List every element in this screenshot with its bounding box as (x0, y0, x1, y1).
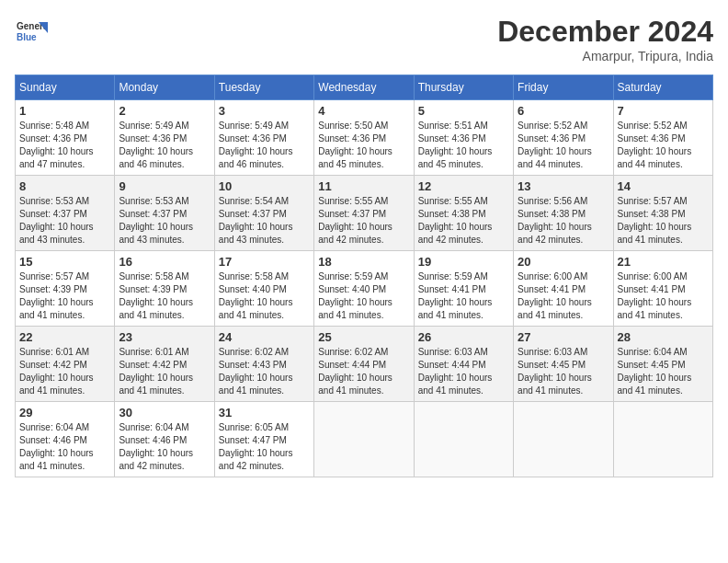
calendar-day-header: Saturday (613, 75, 712, 100)
day-number: 4 (318, 104, 409, 118)
day-number: 10 (219, 179, 310, 193)
day-number: 20 (518, 255, 609, 269)
day-info: Sunrise: 5:57 AM Sunset: 4:38 PM Dayligh… (618, 195, 709, 247)
calendar-day-header: Tuesday (214, 75, 313, 100)
calendar-day-cell: 15 Sunrise: 5:57 AM Sunset: 4:39 PM Dayl… (16, 251, 115, 327)
location: Amarpur, Tripura, India (497, 49, 713, 63)
calendar-day-cell: 26 Sunrise: 6:03 AM Sunset: 4:44 PM Dayl… (414, 327, 513, 402)
calendar-day-cell: 23 Sunrise: 6:01 AM Sunset: 4:42 PM Dayl… (115, 327, 214, 402)
day-number: 1 (19, 104, 110, 118)
calendar-day-cell: 9 Sunrise: 5:53 AM Sunset: 4:37 PM Dayli… (115, 176, 214, 251)
day-info: Sunrise: 6:04 AM Sunset: 4:46 PM Dayligh… (119, 421, 210, 473)
logo-icon: General Blue (15, 15, 48, 48)
calendar-day-cell: 19 Sunrise: 5:59 AM Sunset: 4:41 PM Dayl… (414, 251, 513, 327)
day-info: Sunrise: 5:52 AM Sunset: 4:36 PM Dayligh… (518, 120, 609, 171)
day-info: Sunrise: 5:59 AM Sunset: 4:41 PM Dayligh… (418, 270, 509, 322)
day-info: Sunrise: 6:04 AM Sunset: 4:46 PM Dayligh… (19, 421, 110, 473)
calendar-day-cell: 6 Sunrise: 5:52 AM Sunset: 4:36 PM Dayli… (514, 100, 613, 176)
day-number: 23 (119, 330, 210, 344)
calendar-week-row: 15 Sunrise: 5:57 AM Sunset: 4:39 PM Dayl… (16, 251, 713, 327)
day-number: 14 (618, 179, 709, 193)
calendar-day-header: Monday (115, 75, 214, 100)
calendar-day-cell (314, 402, 414, 477)
calendar-day-cell: 24 Sunrise: 6:02 AM Sunset: 4:43 PM Dayl… (214, 327, 313, 402)
calendar-day-cell: 2 Sunrise: 5:49 AM Sunset: 4:36 PM Dayli… (115, 100, 214, 176)
calendar-day-cell: 3 Sunrise: 5:49 AM Sunset: 4:36 PM Dayli… (214, 100, 313, 176)
day-info: Sunrise: 5:56 AM Sunset: 4:38 PM Dayligh… (518, 195, 609, 247)
day-info: Sunrise: 5:58 AM Sunset: 4:39 PM Dayligh… (119, 270, 210, 322)
day-number: 17 (219, 255, 310, 269)
day-number: 31 (219, 406, 310, 419)
day-info: Sunrise: 6:01 AM Sunset: 4:42 PM Dayligh… (119, 346, 210, 397)
day-number: 13 (518, 179, 609, 193)
title-block: December 2024 Amarpur, Tripura, India (497, 15, 713, 63)
day-number: 11 (318, 179, 409, 193)
calendar-day-cell: 7 Sunrise: 5:52 AM Sunset: 4:36 PM Dayli… (613, 100, 712, 176)
calendar-day-cell: 31 Sunrise: 6:05 AM Sunset: 4:47 PM Dayl… (214, 402, 313, 477)
day-info: Sunrise: 6:03 AM Sunset: 4:44 PM Dayligh… (418, 346, 509, 397)
day-info: Sunrise: 6:00 AM Sunset: 4:41 PM Dayligh… (518, 270, 609, 322)
day-info: Sunrise: 5:58 AM Sunset: 4:40 PM Dayligh… (219, 270, 310, 322)
day-number: 18 (318, 255, 409, 269)
day-info: Sunrise: 5:49 AM Sunset: 4:36 PM Dayligh… (219, 120, 310, 171)
calendar-day-cell: 1 Sunrise: 5:48 AM Sunset: 4:36 PM Dayli… (16, 100, 115, 176)
calendar-day-cell (414, 402, 513, 477)
day-info: Sunrise: 5:48 AM Sunset: 4:36 PM Dayligh… (19, 120, 110, 171)
calendar-day-cell: 20 Sunrise: 6:00 AM Sunset: 4:41 PM Dayl… (514, 251, 613, 327)
calendar-day-header: Friday (514, 75, 613, 100)
day-info: Sunrise: 5:57 AM Sunset: 4:39 PM Dayligh… (19, 270, 110, 322)
day-info: Sunrise: 5:53 AM Sunset: 4:37 PM Dayligh… (119, 195, 210, 247)
day-number: 19 (418, 255, 509, 269)
day-number: 28 (618, 330, 709, 344)
day-number: 29 (19, 406, 110, 419)
calendar-week-row: 8 Sunrise: 5:53 AM Sunset: 4:37 PM Dayli… (16, 176, 713, 251)
calendar-body: 1 Sunrise: 5:48 AM Sunset: 4:36 PM Dayli… (16, 100, 713, 477)
day-info: Sunrise: 6:03 AM Sunset: 4:45 PM Dayligh… (518, 346, 609, 397)
day-number: 25 (318, 330, 409, 344)
calendar-day-cell: 16 Sunrise: 5:58 AM Sunset: 4:39 PM Dayl… (115, 251, 214, 327)
month-title: December 2024 (497, 15, 713, 49)
day-info: Sunrise: 6:00 AM Sunset: 4:41 PM Dayligh… (618, 270, 709, 322)
calendar-day-cell: 17 Sunrise: 5:58 AM Sunset: 4:40 PM Dayl… (214, 251, 313, 327)
calendar-header-row: SundayMondayTuesdayWednesdayThursdayFrid… (16, 75, 713, 100)
day-number: 22 (19, 330, 110, 344)
day-number: 30 (119, 406, 210, 419)
calendar-day-cell: 30 Sunrise: 6:04 AM Sunset: 4:46 PM Dayl… (115, 402, 214, 477)
day-info: Sunrise: 6:01 AM Sunset: 4:42 PM Dayligh… (19, 346, 110, 397)
calendar-day-cell: 14 Sunrise: 5:57 AM Sunset: 4:38 PM Dayl… (613, 176, 712, 251)
calendar-day-cell: 8 Sunrise: 5:53 AM Sunset: 4:37 PM Dayli… (16, 176, 115, 251)
page-header: General Blue December 2024 Amarpur, Trip… (15, 15, 713, 63)
day-info: Sunrise: 5:50 AM Sunset: 4:36 PM Dayligh… (318, 120, 409, 171)
day-info: Sunrise: 6:02 AM Sunset: 4:44 PM Dayligh… (318, 346, 409, 397)
day-number: 16 (119, 255, 210, 269)
day-info: Sunrise: 5:54 AM Sunset: 4:37 PM Dayligh… (219, 195, 310, 247)
day-info: Sunrise: 6:05 AM Sunset: 4:47 PM Dayligh… (219, 421, 310, 473)
day-number: 3 (219, 104, 310, 118)
day-info: Sunrise: 5:59 AM Sunset: 4:40 PM Dayligh… (318, 270, 409, 322)
calendar-day-cell: 12 Sunrise: 5:55 AM Sunset: 4:38 PM Dayl… (414, 176, 513, 251)
day-number: 15 (19, 255, 110, 269)
day-number: 7 (618, 104, 709, 118)
day-info: Sunrise: 5:55 AM Sunset: 4:38 PM Dayligh… (418, 195, 509, 247)
calendar-day-cell: 25 Sunrise: 6:02 AM Sunset: 4:44 PM Dayl… (314, 327, 414, 402)
calendar-table: SundayMondayTuesdayWednesdayThursdayFrid… (15, 75, 713, 477)
day-info: Sunrise: 5:53 AM Sunset: 4:37 PM Dayligh… (19, 195, 110, 247)
logo: General Blue (15, 15, 48, 48)
calendar-day-cell: 22 Sunrise: 6:01 AM Sunset: 4:42 PM Dayl… (16, 327, 115, 402)
calendar-day-cell (514, 402, 613, 477)
day-number: 2 (119, 104, 210, 118)
day-number: 21 (618, 255, 709, 269)
calendar-day-cell: 5 Sunrise: 5:51 AM Sunset: 4:36 PM Dayli… (414, 100, 513, 176)
day-info: Sunrise: 5:52 AM Sunset: 4:36 PM Dayligh… (618, 120, 709, 171)
calendar-day-cell: 13 Sunrise: 5:56 AM Sunset: 4:38 PM Dayl… (514, 176, 613, 251)
calendar-week-row: 22 Sunrise: 6:01 AM Sunset: 4:42 PM Dayl… (16, 327, 713, 402)
day-number: 26 (418, 330, 509, 344)
calendar-day-cell (613, 402, 712, 477)
day-info: Sunrise: 5:49 AM Sunset: 4:36 PM Dayligh… (119, 120, 210, 171)
calendar-day-cell: 21 Sunrise: 6:00 AM Sunset: 4:41 PM Dayl… (613, 251, 712, 327)
day-info: Sunrise: 5:51 AM Sunset: 4:36 PM Dayligh… (418, 120, 509, 171)
day-info: Sunrise: 6:02 AM Sunset: 4:43 PM Dayligh… (219, 346, 310, 397)
day-info: Sunrise: 6:04 AM Sunset: 4:45 PM Dayligh… (618, 346, 709, 397)
calendar-day-cell: 27 Sunrise: 6:03 AM Sunset: 4:45 PM Dayl… (514, 327, 613, 402)
calendar-day-cell: 4 Sunrise: 5:50 AM Sunset: 4:36 PM Dayli… (314, 100, 414, 176)
